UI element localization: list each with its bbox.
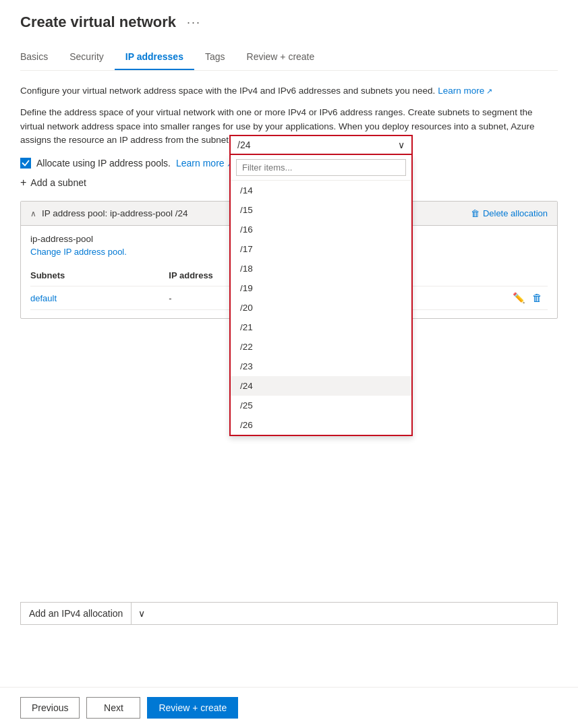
- chevron-down-icon: ∨: [398, 140, 405, 150]
- info-line1: Configure your virtual network address s…: [20, 84, 558, 98]
- collapse-chevron-icon[interactable]: ∧: [30, 209, 36, 218]
- delete-row-icon[interactable]: 🗑: [532, 292, 542, 304]
- dropdown-item[interactable]: /21: [231, 317, 411, 337]
- dropdown-item[interactable]: /17: [231, 239, 411, 259]
- dropdown-filter-input[interactable]: [236, 159, 406, 176]
- plus-icon: +: [20, 177, 26, 189]
- tabs-nav: Basics Security IP addresses Tags Review…: [20, 44, 558, 71]
- tab-basics[interactable]: Basics: [20, 44, 59, 70]
- tab-tags[interactable]: Tags: [194, 44, 236, 70]
- dropdown-item[interactable]: /18: [231, 259, 411, 278]
- add-ipv4-section: Add an IPv4 allocation ∨: [20, 602, 558, 625]
- add-ipv4-button[interactable]: Add an IPv4 allocation ∨: [20, 602, 558, 625]
- dropdown-list[interactable]: /14 /15 /16 /17 /18 /19 /20 /21 /22 /23 …: [231, 181, 411, 435]
- dropdown-item[interactable]: /15: [231, 200, 411, 220]
- cidr-dropdown-trigger[interactable]: /24 ∨: [229, 135, 413, 155]
- ip-pool-header-left: ∧ IP address pool: ip-address-pool /24: [30, 208, 188, 218]
- dropdown-item[interactable]: /19: [231, 278, 411, 298]
- allocate-checkbox-label: Allocate using IP address pools.: [36, 158, 171, 169]
- delete-allocation-label: Delete allocation: [483, 208, 548, 218]
- dropdown-item[interactable]: /20: [231, 298, 411, 317]
- tab-security[interactable]: Security: [59, 44, 115, 70]
- dropdown-item[interactable]: /14: [231, 181, 411, 200]
- next-button[interactable]: Next: [86, 697, 140, 719]
- cidr-dropdown-container: /24 ∨ /14 /15 /16 /17 /18 /19 /20 /21 /2…: [229, 135, 413, 436]
- add-subnet-label: Add a subnet: [30, 177, 86, 188]
- footer: Previous Next Review + create: [0, 687, 578, 728]
- info-text-1: Configure your virtual network address s…: [20, 86, 435, 96]
- dropdown-item[interactable]: /16: [231, 220, 411, 239]
- more-options-button[interactable]: ···: [184, 14, 204, 31]
- dropdown-item-selected[interactable]: /24: [231, 376, 411, 396]
- tab-ip-addresses[interactable]: IP addresses: [115, 44, 194, 70]
- dropdown-item[interactable]: /23: [231, 357, 411, 376]
- tab-review-create[interactable]: Review + create: [236, 44, 326, 70]
- dropdown-item[interactable]: /25: [231, 396, 411, 415]
- add-ipv4-label: Add an IPv4 allocation: [21, 603, 131, 624]
- page-title: Create virtual network: [20, 13, 176, 31]
- dropdown-item[interactable]: /22: [231, 337, 411, 357]
- add-ipv4-chevron-icon[interactable]: ∨: [132, 603, 152, 624]
- ip-pool-title: IP address pool: ip-address-pool /24: [42, 208, 188, 218]
- cidr-dropdown-panel: /14 /15 /16 /17 /18 /19 /20 /21 /22 /23 …: [229, 155, 413, 436]
- dropdown-filter-area: [231, 155, 411, 181]
- learn-more-link-1[interactable]: Learn more: [438, 86, 492, 96]
- previous-button[interactable]: Previous: [20, 697, 80, 719]
- review-create-button[interactable]: Review + create: [147, 697, 238, 719]
- allocate-learn-more[interactable]: Learn more: [176, 158, 233, 169]
- subnet-default-link[interactable]: default: [30, 293, 57, 303]
- allocate-checkbox[interactable]: [20, 158, 31, 169]
- edit-row-icon[interactable]: ✏️: [513, 292, 525, 304]
- dropdown-item[interactable]: /26: [231, 415, 411, 435]
- delete-allocation-button[interactable]: 🗑 Delete allocation: [471, 208, 548, 218]
- trash-icon: 🗑: [471, 208, 480, 218]
- cidr-selected-value: /24: [237, 140, 250, 150]
- subnets-column-header: Subnets: [30, 266, 169, 286]
